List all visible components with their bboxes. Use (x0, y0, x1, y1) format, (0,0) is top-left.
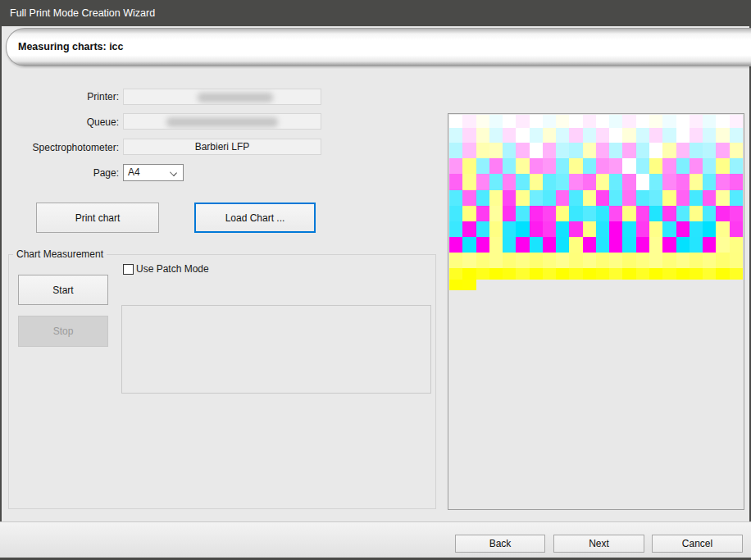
chart-patch (716, 268, 729, 280)
chart-patch (569, 253, 582, 268)
chart-patch (583, 174, 596, 190)
chart-patch (503, 237, 516, 253)
cancel-button[interactable]: Cancel (652, 535, 743, 553)
chart-patch (449, 268, 462, 280)
chart-patch (676, 206, 690, 221)
chart-patch (609, 190, 622, 206)
chart-patch (703, 128, 716, 143)
chart-patch (449, 128, 462, 143)
chart-patch (649, 206, 662, 221)
chart-patch (690, 115, 703, 128)
chart-patch (716, 237, 729, 253)
chart-patch (449, 174, 462, 190)
chart-patch (703, 237, 716, 253)
chart-patch-row (449, 158, 743, 174)
chart-patch (583, 221, 596, 237)
chart-patch (476, 268, 489, 280)
chart-patch (690, 190, 703, 206)
chart-patch (596, 128, 609, 143)
use-patch-mode-checkbox[interactable] (123, 264, 134, 275)
chart-patch (596, 158, 609, 174)
chart-patch (730, 268, 743, 280)
page-select[interactable]: A4 (123, 164, 184, 181)
chart-patch (530, 221, 543, 237)
chart-patch (662, 115, 676, 128)
chart-patch (569, 268, 582, 280)
chart-patch (662, 143, 676, 158)
chart-patch (556, 237, 569, 253)
chart-patch (609, 143, 622, 158)
chart-patch (516, 253, 529, 268)
chart-patch (649, 190, 662, 206)
chart-patch (462, 158, 476, 174)
chart-patch (649, 174, 662, 190)
chart-patch-grid (449, 115, 743, 290)
chart-patch (649, 115, 662, 128)
chart-patch (449, 237, 462, 253)
window-title: Full Print Mode Creation Wizard (10, 0, 155, 26)
chart-patch (476, 128, 489, 143)
wizard-step-banner: Measuring charts: icc (6, 28, 751, 66)
chart-patch (636, 128, 649, 143)
chart-patch (596, 221, 609, 237)
redacted-queue-value (166, 117, 278, 127)
chart-patch (569, 221, 582, 237)
chart-patch (662, 206, 676, 221)
chart-patch (649, 280, 662, 290)
chart-patch (530, 237, 543, 253)
chart-patch (489, 253, 503, 268)
chart-patch (449, 206, 462, 221)
chart-patch-row (449, 280, 743, 290)
chart-patch (530, 190, 543, 206)
chart-patch (476, 237, 489, 253)
back-button[interactable]: Back (455, 535, 545, 553)
chart-patch (516, 221, 529, 237)
chart-patch (489, 128, 503, 143)
chart-patch (516, 174, 529, 190)
chart-patch (530, 280, 543, 290)
chart-patch (516, 190, 529, 206)
chart-patch (596, 268, 609, 280)
chart-patch (716, 190, 729, 206)
print-chart-button[interactable]: Print chart (36, 203, 159, 233)
chart-patch (462, 190, 476, 206)
chart-patch (703, 190, 716, 206)
chart-patch (556, 143, 569, 158)
load-chart-button[interactable]: Load Chart ... (194, 203, 316, 233)
chart-patch (703, 253, 716, 268)
chart-patch-row (449, 174, 743, 190)
chart-patch (649, 143, 662, 158)
chart-patch (449, 221, 462, 237)
chart-patch (489, 143, 503, 158)
chart-patch (690, 237, 703, 253)
chart-patch (543, 190, 556, 206)
chart-patch (676, 253, 690, 268)
chart-patch (503, 280, 516, 290)
start-button[interactable]: Start (18, 275, 108, 305)
chart-patch (622, 268, 635, 280)
window-border-left (0, 26, 2, 558)
chart-patch (636, 190, 649, 206)
chart-patch (462, 143, 476, 158)
chart-patch (636, 174, 649, 190)
chart-patch (462, 174, 476, 190)
next-button[interactable]: Next (553, 535, 644, 553)
chart-patch (530, 174, 543, 190)
chart-patch (662, 280, 676, 290)
chart-patch (596, 253, 609, 268)
chart-patch (543, 237, 556, 253)
chart-patch (516, 268, 529, 280)
chart-patch (516, 115, 529, 128)
chart-patch (716, 174, 729, 190)
chart-patch-row (449, 128, 743, 143)
chart-patch (662, 158, 676, 174)
chart-patch (556, 206, 569, 221)
chart-patch (556, 115, 569, 128)
chart-patch (516, 237, 529, 253)
chart-patch-row (449, 115, 743, 128)
queue-field (123, 113, 321, 130)
chart-patch (636, 280, 649, 290)
chart-patch (583, 190, 596, 206)
chart-patch (622, 280, 635, 290)
chart-patch (543, 280, 556, 290)
